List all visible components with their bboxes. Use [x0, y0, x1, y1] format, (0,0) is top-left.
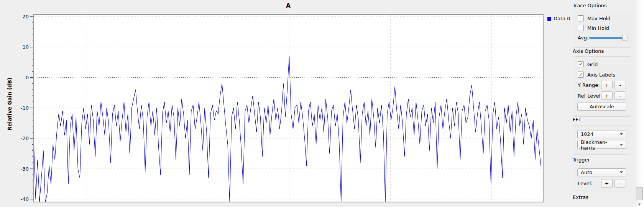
ref-level-minus-button[interactable]: - [614, 91, 626, 100]
extras-section-title: Extras [573, 194, 588, 200]
axis-labels-checkbox[interactable]: ✓ Axis Labels [578, 72, 615, 78]
trigger-mode-select[interactable]: Auto [577, 168, 626, 176]
chevron-down-icon [620, 133, 623, 135]
svg-text:-20: -20 [21, 135, 29, 141]
trigger-level-minus-button[interactable]: - [614, 179, 626, 187]
sidebar-scrollbar-thumb[interactable] [636, 187, 643, 200]
fft-window-select[interactable]: Blackman-harris [577, 141, 626, 149]
trace-options-section-title: Trace Options [573, 3, 607, 8]
spectrum-plot-canvas[interactable]: 20100-10-20-30-40 [0, 0, 644, 207]
plot-title: A [34, 2, 543, 9]
trigger-level-plus-button[interactable]: + [601, 179, 613, 187]
arrow-down-icon [638, 204, 641, 205]
min-hold-checkbox[interactable]: Min Hold [578, 25, 609, 31]
svg-text:10: 10 [22, 44, 29, 50]
trigger-level-label: Level: [578, 181, 593, 186]
chevron-down-icon [620, 144, 623, 146]
legend-color-swatch [547, 17, 551, 21]
ref-level-plus-button[interactable]: + [601, 91, 613, 100]
grid-checkbox[interactable]: ✓ Grid [578, 61, 598, 67]
y-range-label: Y Range: [578, 82, 600, 88]
axis-options-section-title: Axis Options [573, 48, 604, 54]
avg-slider-track[interactable] [589, 37, 628, 39]
fft-window-value: Blackman-harris [581, 139, 620, 151]
grid-label: Grid [587, 62, 598, 67]
y-range-plus-button[interactable]: + [601, 81, 613, 89]
legend-item-data0[interactable]: Data 0 [547, 16, 570, 21]
min-hold-checkbox-box[interactable] [578, 25, 584, 31]
fft-section-title: FFT [573, 117, 582, 122]
trigger-section-title: Trigger [573, 157, 590, 163]
autoscale-button[interactable]: Autoscale [577, 103, 626, 111]
axis-labels-checkbox-box[interactable]: ✓ [578, 72, 584, 78]
max-hold-label: Max Hold [587, 16, 611, 21]
avg-slider-handle[interactable] [622, 35, 627, 41]
svg-text:-30: -30 [21, 166, 29, 172]
scrollbar-down-button[interactable] [636, 201, 643, 207]
fft-size-select[interactable]: 1024 [577, 130, 626, 138]
fft-size-value: 1024 [581, 131, 593, 137]
svg-text:0: 0 [26, 75, 29, 80]
chevron-down-icon [620, 171, 623, 173]
avg-label: Avg: [578, 35, 588, 41]
svg-text:-40: -40 [21, 196, 29, 202]
trigger-mode-value: Auto [581, 170, 592, 175]
qtgui-frequency-sink-window: 20100-10-20-30-40 A Relative Gain (dB) D… [0, 0, 644, 207]
max-hold-checkbox[interactable]: Max Hold [578, 15, 611, 21]
svg-text:20: 20 [22, 14, 29, 20]
ref-level-label: Ref Level: [578, 93, 602, 99]
svg-text:-10: -10 [21, 105, 29, 111]
y-range-minus-button[interactable]: - [614, 81, 626, 89]
sidebar-scrollbar-track[interactable] [635, 0, 644, 207]
y-axis-label: Relative Gain (dB) [7, 78, 13, 130]
min-hold-label: Min Hold [587, 25, 609, 31]
max-hold-checkbox-box[interactable] [578, 15, 584, 21]
axis-labels-label: Axis Labels [587, 72, 615, 78]
grid-checkbox-box[interactable]: ✓ [578, 61, 584, 67]
legend-label: Data 0 [554, 16, 570, 21]
